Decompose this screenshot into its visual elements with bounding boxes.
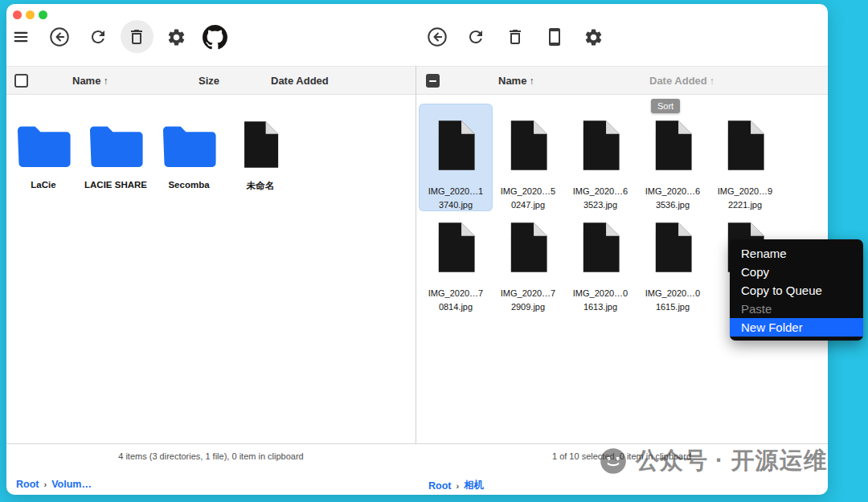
left-column-date-added[interactable]: Date Added (271, 75, 329, 87)
file-icon (577, 221, 624, 277)
github-button[interactable] (202, 24, 227, 50)
folder-icon (158, 118, 219, 169)
hamburger-icon (12, 28, 30, 46)
right-status-text: 1 of 10 selected, 0 item in clipboard (416, 451, 828, 461)
file-manager-window: Name↑ Size Date Added Name↑ Date Added↑ … (6, 4, 828, 495)
item-label: Secomba (168, 180, 209, 190)
item-label: LACIE SHARE (84, 180, 147, 190)
right-select-all-checkbox[interactable] (426, 74, 440, 88)
left-status-text: 4 items (3 directories, 1 file), 0 item … (6, 451, 416, 461)
file-icon (432, 119, 479, 175)
file-name: IMG_2020…70814.jpg (428, 287, 483, 314)
file-item[interactable]: IMG_2020…13740.jpg (420, 104, 492, 210)
menu-button[interactable] (8, 24, 34, 50)
file-item[interactable]: IMG_2020…63536.jpg (637, 104, 709, 210)
column-date-label: Date Added (649, 75, 707, 87)
desktop-background: Name↑ Size Date Added Name↑ Date Added↑ … (0, 0, 868, 502)
gear-icon (583, 27, 604, 47)
file-name-line1: IMG_2020…5 (501, 186, 555, 196)
back-arrow-icon (426, 26, 448, 48)
close-button[interactable] (13, 10, 22, 19)
menu-item-rename[interactable]: Rename (730, 244, 863, 263)
file-icon (577, 119, 624, 175)
github-icon (203, 25, 227, 50)
file-icon (649, 119, 696, 175)
breadcrumb-root[interactable]: Root (428, 480, 451, 492)
breadcrumb-current[interactable]: 相机 (464, 479, 484, 492)
item-label: LaCie (31, 180, 55, 190)
file-name-line2: 1613.jpg (583, 302, 617, 312)
file-item[interactable]: IMG_2020…72909.jpg (492, 206, 564, 312)
file-item[interactable]: IMG_2020…70814.jpg (420, 206, 492, 312)
left-column-size[interactable]: Size (199, 75, 219, 87)
list-item-secomba[interactable]: Secomba (154, 118, 224, 190)
file-icon (432, 221, 479, 277)
context-menu: Rename Copy Copy to Queue Paste New Fold… (730, 239, 863, 341)
chevron-right-icon: › (456, 481, 459, 491)
sort-tooltip: Sort (651, 99, 680, 113)
settings-button[interactable] (163, 24, 189, 50)
file-name-line2: 1615.jpg (656, 302, 690, 312)
file-name-line1: IMG_2020…0 (645, 288, 700, 298)
left-column-name[interactable]: Name↑ (72, 75, 108, 87)
menu-item-new-folder[interactable]: New Folder (730, 318, 863, 337)
file-name-line1: IMG_2020…9 (718, 186, 772, 196)
file-item[interactable]: IMG_2020…50247.jpg (492, 104, 564, 210)
zoom-button[interactable] (39, 10, 47, 19)
file-item[interactable]: IMG_2020…92221.jpg (709, 104, 781, 210)
file-icon (505, 119, 551, 175)
smartphone-icon (545, 27, 564, 47)
sort-arrow-icon: ↑ (710, 76, 714, 87)
status-divider (6, 443, 828, 444)
folder-icon (13, 118, 74, 169)
list-item-lacie[interactable]: LaCie (8, 118, 79, 190)
gear-icon (166, 27, 186, 47)
column-name-label: Name (498, 75, 526, 87)
list-item-lacie-share[interactable]: LACIE SHARE (80, 118, 151, 190)
file-item[interactable]: IMG_2020…63523.jpg (564, 104, 637, 210)
file-icon (649, 221, 696, 277)
left-select-all-checkbox[interactable] (14, 74, 28, 88)
chevron-right-icon: › (43, 480, 47, 489)
right-column-name[interactable]: Name↑ (498, 75, 534, 87)
sort-arrow-icon: ↑ (529, 76, 534, 87)
file-name-line2: 0814.jpg (439, 302, 473, 312)
menu-item-copy[interactable]: Copy (730, 263, 863, 281)
indeterminate-dash-icon (429, 80, 436, 82)
right-back-button[interactable] (424, 24, 450, 50)
right-breadcrumb: Root › 相机 (428, 479, 484, 492)
file-item[interactable]: IMG_2020…01615.jpg (637, 206, 709, 312)
left-breadcrumb: Root › Volum… (16, 479, 92, 490)
file-icon (505, 221, 551, 277)
file-name-line2: 2909.jpg (511, 302, 545, 312)
file-name: IMG_2020…01613.jpg (573, 287, 628, 314)
right-column-date-added[interactable]: Date Added↑ (649, 75, 714, 87)
trash-button[interactable] (124, 24, 149, 50)
list-header: Name↑ Size Date Added Name↑ Date Added↑ (6, 66, 828, 95)
refresh-icon (466, 27, 485, 47)
file-name-line1: IMG_2020…6 (645, 186, 700, 196)
right-settings-button[interactable] (580, 24, 606, 50)
list-item-unnamed-file[interactable]: 未命名 (225, 118, 296, 192)
column-name-label: Name (72, 75, 100, 87)
breadcrumb-root[interactable]: Root (16, 479, 39, 490)
trash-icon (506, 27, 525, 47)
refresh-button[interactable] (85, 24, 111, 50)
file-name-line1: IMG_2020…7 (501, 288, 555, 298)
pane-divider (416, 66, 416, 443)
file-name-line1: IMG_2020…0 (573, 288, 628, 298)
back-button[interactable] (47, 24, 72, 50)
right-refresh-button[interactable] (463, 24, 489, 50)
device-button[interactable] (542, 24, 567, 50)
folder-icon (85, 118, 146, 169)
minimize-button[interactable] (26, 10, 35, 19)
breadcrumb-current[interactable]: Volum… (51, 479, 92, 490)
file-item[interactable]: IMG_2020…01613.jpg (564, 206, 637, 312)
file-icon (722, 119, 768, 175)
item-label: 未命名 (247, 180, 275, 192)
menu-item-copy-to-queue[interactable]: Copy to Queue (730, 281, 863, 300)
right-trash-button[interactable] (502, 24, 528, 50)
sort-arrow-icon: ↑ (103, 76, 108, 87)
file-name-line1: IMG_2020…1 (428, 186, 483, 196)
file-name-line1: IMG_2020…7 (428, 288, 483, 298)
